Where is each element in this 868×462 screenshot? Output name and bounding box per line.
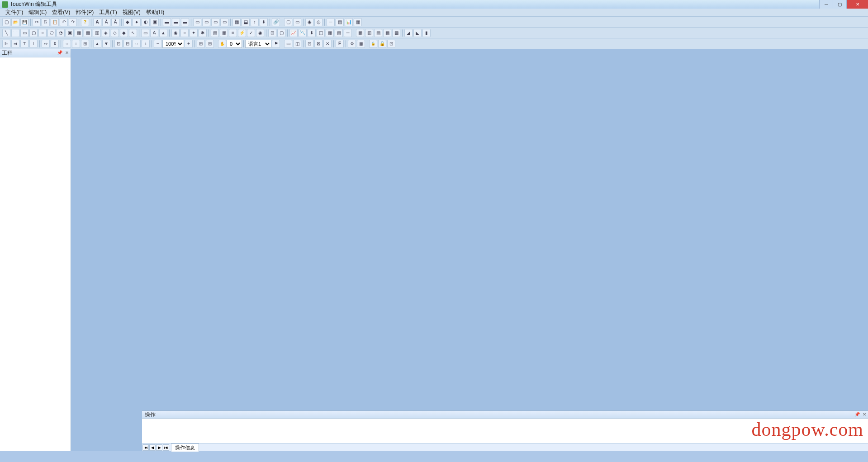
lamp-tool[interactable]: ◉ [171,29,180,37]
3d-tool[interactable]: ◆ [120,29,128,37]
tool-button[interactable]: ◫ [293,40,301,48]
menu-parts[interactable]: 部件(P) [73,9,96,16]
trend-tool[interactable]: ─ [344,29,352,37]
table-tool[interactable]: ▦ [383,29,391,37]
distribute-h-button[interactable]: ⇔ [42,40,50,48]
unlock-button[interactable]: 🔓 [378,40,386,48]
open-button[interactable] [11,18,19,26]
chart-tool[interactable]: ↕ [251,18,259,26]
menu-file[interactable]: 文件(F) [3,9,26,16]
trend-tool[interactable]: 📉 [299,29,307,37]
table-tool[interactable]: ▩ [392,29,400,37]
frame-tool[interactable]: ▩ [84,29,92,37]
delete-button[interactable]: ✕ [323,40,332,48]
redo-button[interactable] [69,18,77,26]
chart-tool[interactable]: ⬍ [260,18,268,26]
undo-button[interactable] [60,18,68,26]
trend-tool[interactable]: ◫ [317,29,325,37]
button-tool[interactable]: ▬ [181,18,189,26]
trend-tool[interactable]: ▤ [335,29,343,37]
pointer-tool[interactable]: ↖ [129,29,137,37]
hand-tool-button[interactable] [218,40,226,48]
arc-tool[interactable]: ⌒ [11,29,19,37]
tool-button[interactable]: ⊠ [314,40,323,48]
align-top-button[interactable]: ⊤ [20,40,28,48]
frame-tool[interactable]: ▣ [66,29,74,37]
same-height-button[interactable]: ↕ [72,40,80,48]
align-bottom-button[interactable]: ⊥ [29,40,38,48]
text-tool[interactable]: ▲ [159,29,167,37]
trend-tool[interactable]: ⬍ [308,29,316,37]
trend-tool[interactable]: 📈 [289,29,298,37]
globe-button[interactable]: ◎ [314,18,323,26]
zoom-select[interactable]: 100% [162,40,184,48]
align-left-button[interactable]: ⊫ [2,40,10,48]
align-right-button[interactable]: ⫤ [11,40,19,48]
tab-last-button[interactable]: ⏭ [163,444,169,451]
meter-tool[interactable]: ✓ [247,29,255,37]
menu-help[interactable]: 帮助(H) [143,9,167,16]
meter-tool[interactable]: ▦ [220,29,228,37]
rect-tool[interactable]: ▭ [20,29,28,37]
folder-tool[interactable] [141,29,149,37]
select-tool[interactable]: ▭ [284,40,292,48]
tool-button[interactable]: ⊡ [387,40,395,48]
lamp-tool[interactable]: ○ [180,29,189,37]
menu-view[interactable]: 查看(V) [49,9,73,16]
zoom-in-button[interactable]: + [185,40,193,48]
display-tool[interactable]: ▭ [211,18,219,26]
trend-tool[interactable]: ▦ [326,29,334,37]
misc-tool[interactable]: ▮ [422,29,431,37]
chart-tool[interactable]: ▦ [232,18,241,26]
snap-button[interactable]: ⊞ [206,40,214,48]
input-tool[interactable]: ⊡ [268,29,276,37]
line-tool[interactable]: ╲ [2,29,10,37]
button-tool[interactable]: ▬ [163,18,171,26]
menu-display[interactable]: 视图(V) [120,9,143,16]
table-tool[interactable]: ▥ [365,29,373,37]
tab-first-button[interactable]: ⏮ [142,444,149,451]
distribute-v-button[interactable]: ⇕ [51,40,59,48]
frame-tool[interactable]: ▥ [93,29,101,37]
table-tool[interactable]: ▦ [356,29,364,37]
tool-button[interactable]: Ā [102,18,110,26]
misc-tool[interactable]: ▤ [336,18,344,26]
link-tool[interactable]: 🔗 [272,18,280,26]
misc-tool[interactable]: ▦ [354,18,362,26]
grid-button[interactable] [197,40,205,48]
chart-tool[interactable]: ⬓ [242,18,250,26]
close-icon[interactable]: ✕ [863,412,866,417]
meter-tool[interactable]: ⚡ [238,29,246,37]
save-button[interactable] [20,18,28,26]
meter-tool[interactable]: ◉ [256,29,264,37]
shape-button[interactable]: ◐ [142,18,150,26]
meter-tool[interactable]: ≡ [229,29,237,37]
lamp-tool[interactable]: ✦ [190,29,198,37]
bring-front-button[interactable]: ▲ [93,40,101,48]
text-tool-button[interactable] [93,18,101,26]
state-select[interactable]: 0 [227,40,242,48]
ellipse-tool[interactable]: ○ [38,29,47,37]
same-width-button[interactable]: ↔ [63,40,71,48]
tab-operation-info[interactable]: 操作信息 [171,443,199,452]
close-icon[interactable]: ✕ [65,50,69,55]
tool-button[interactable]: Ă [111,18,119,26]
copy-button[interactable] [42,18,50,26]
canvas-area[interactable]: 操作 📌 ✕ dongpow.com ⏮ ◀ ▶ ⏭ 操作信息 [71,49,868,451]
3d-tool[interactable]: ◈ [102,29,110,37]
window-tool[interactable]: ▢ [284,18,292,26]
chart-icon[interactable]: 📊 [345,18,353,26]
send-back-button[interactable]: ▼ [102,40,110,48]
zoom-out-button[interactable]: − [154,40,162,48]
maximize-button[interactable]: ▢ [833,0,846,9]
group-button[interactable]: ⊡ [114,40,123,48]
menu-tools[interactable]: 工具(T) [96,9,119,16]
button-tool[interactable]: ▬ [172,18,180,26]
shape-button[interactable]: ● [133,18,141,26]
menu-edit[interactable]: 编辑(E) [26,9,49,16]
shape-button[interactable]: ▣ [151,18,159,26]
polygon-tool[interactable]: ⬠ [47,29,56,37]
roundrect-tool[interactable]: ▢ [29,29,38,37]
paste-button[interactable] [51,18,59,26]
display-tool[interactable]: ▭ [220,18,228,26]
